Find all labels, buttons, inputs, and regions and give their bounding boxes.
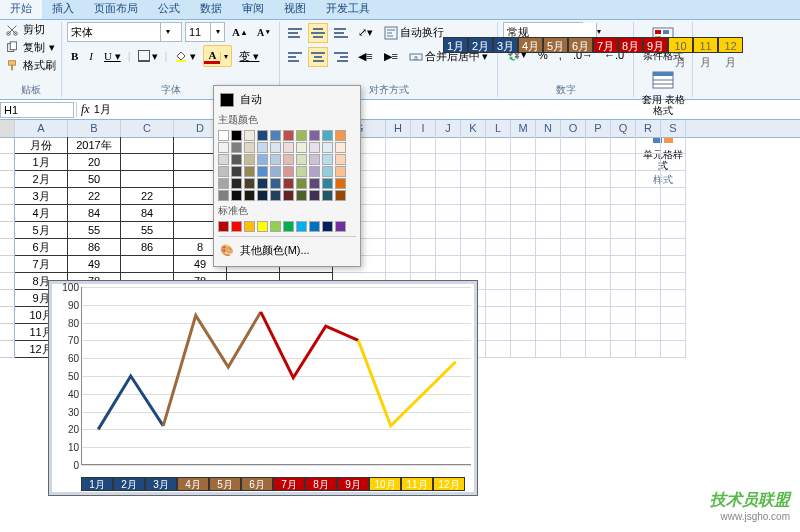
- color-swatch[interactable]: [309, 178, 320, 189]
- cell[interactable]: [511, 154, 536, 171]
- bold-button[interactable]: B: [67, 47, 82, 65]
- tab-1[interactable]: 插入: [42, 0, 84, 19]
- color-swatch[interactable]: [218, 154, 229, 165]
- fill-color-button[interactable]: ▾: [170, 46, 200, 66]
- color-swatch[interactable]: [335, 221, 346, 232]
- cell[interactable]: [511, 205, 536, 222]
- color-swatch[interactable]: [270, 130, 281, 141]
- color-swatch[interactable]: [335, 190, 346, 201]
- color-swatch[interactable]: [322, 190, 333, 201]
- col-header[interactable]: C: [121, 120, 174, 137]
- formula-value[interactable]: 1月: [94, 102, 111, 117]
- color-swatch[interactable]: [335, 154, 346, 165]
- orientation-button[interactable]: ⤢▾: [354, 23, 377, 42]
- cell[interactable]: [561, 205, 586, 222]
- color-swatch[interactable]: [244, 178, 255, 189]
- cell[interactable]: [561, 222, 586, 239]
- cell[interactable]: [661, 137, 686, 154]
- color-swatch[interactable]: [309, 190, 320, 201]
- color-swatch[interactable]: [335, 142, 346, 153]
- cell[interactable]: [636, 290, 661, 307]
- cell[interactable]: [636, 205, 661, 222]
- font-name-select[interactable]: ▾: [67, 22, 182, 42]
- color-swatch[interactable]: [231, 166, 242, 177]
- color-swatch[interactable]: [322, 178, 333, 189]
- cell[interactable]: 3月: [15, 188, 68, 205]
- color-swatch[interactable]: [296, 154, 307, 165]
- cell[interactable]: [636, 324, 661, 341]
- color-swatch[interactable]: [218, 221, 229, 232]
- color-swatch[interactable]: [322, 166, 333, 177]
- align-center-button[interactable]: [308, 47, 328, 67]
- tab-7[interactable]: 开发工具: [316, 0, 380, 19]
- cell[interactable]: [586, 171, 611, 188]
- cell[interactable]: 22: [121, 188, 174, 205]
- cell[interactable]: 月份: [15, 137, 68, 154]
- color-swatch[interactable]: [218, 166, 229, 177]
- tab-0[interactable]: 开始: [0, 0, 42, 19]
- cell[interactable]: 50: [68, 171, 121, 188]
- cell[interactable]: [511, 137, 536, 154]
- color-swatch[interactable]: [257, 221, 268, 232]
- cell[interactable]: 84: [121, 205, 174, 222]
- cell[interactable]: [436, 171, 461, 188]
- cell[interactable]: [661, 324, 686, 341]
- cell[interactable]: [461, 188, 486, 205]
- cell[interactable]: 20: [68, 154, 121, 171]
- cell[interactable]: [436, 188, 461, 205]
- col-header[interactable]: H: [386, 120, 411, 137]
- cell[interactable]: [486, 188, 511, 205]
- cell[interactable]: [411, 256, 436, 273]
- cell[interactable]: [636, 256, 661, 273]
- color-swatch[interactable]: [257, 178, 268, 189]
- cell[interactable]: [661, 222, 686, 239]
- cell[interactable]: [561, 188, 586, 205]
- cell[interactable]: [561, 290, 586, 307]
- color-swatch[interactable]: [283, 142, 294, 153]
- cell[interactable]: [636, 171, 661, 188]
- color-swatch[interactable]: [244, 154, 255, 165]
- cell[interactable]: [586, 188, 611, 205]
- cell[interactable]: [561, 171, 586, 188]
- cell[interactable]: [386, 222, 411, 239]
- color-swatch[interactable]: [309, 166, 320, 177]
- color-swatch[interactable]: [231, 221, 242, 232]
- cell[interactable]: [586, 324, 611, 341]
- cell[interactable]: [511, 273, 536, 290]
- cell[interactable]: 1月: [15, 154, 68, 171]
- cell[interactable]: [511, 341, 536, 358]
- color-swatch[interactable]: [270, 154, 281, 165]
- color-swatch[interactable]: [335, 130, 346, 141]
- cell[interactable]: [386, 154, 411, 171]
- name-box[interactable]: [0, 102, 74, 118]
- phonetic-button[interactable]: 变 ▾: [235, 46, 263, 67]
- color-swatch[interactable]: [309, 142, 320, 153]
- cell[interactable]: [636, 341, 661, 358]
- cell[interactable]: 5月: [15, 222, 68, 239]
- cell[interactable]: [536, 273, 561, 290]
- format-painter-button[interactable]: 格式刷: [5, 58, 56, 73]
- cell[interactable]: [411, 154, 436, 171]
- cell[interactable]: [536, 307, 561, 324]
- chevron-down-icon[interactable]: ▾: [210, 23, 224, 41]
- cell[interactable]: [561, 137, 586, 154]
- cell[interactable]: [486, 171, 511, 188]
- cell[interactable]: [121, 171, 174, 188]
- auto-color-item[interactable]: 自动: [218, 90, 356, 111]
- align-right-button[interactable]: [331, 47, 351, 67]
- grow-font-button[interactable]: A▴: [228, 23, 250, 41]
- cell[interactable]: [486, 290, 511, 307]
- cell[interactable]: [536, 290, 561, 307]
- cell[interactable]: [661, 239, 686, 256]
- cell[interactable]: [636, 137, 661, 154]
- cell[interactable]: [386, 137, 411, 154]
- cell[interactable]: [511, 188, 536, 205]
- cell[interactable]: [486, 273, 511, 290]
- color-swatch[interactable]: [270, 166, 281, 177]
- cell[interactable]: 55: [121, 222, 174, 239]
- cell[interactable]: [611, 222, 636, 239]
- cell[interactable]: [536, 222, 561, 239]
- cell[interactable]: [586, 239, 611, 256]
- cell[interactable]: [461, 239, 486, 256]
- cell[interactable]: [611, 171, 636, 188]
